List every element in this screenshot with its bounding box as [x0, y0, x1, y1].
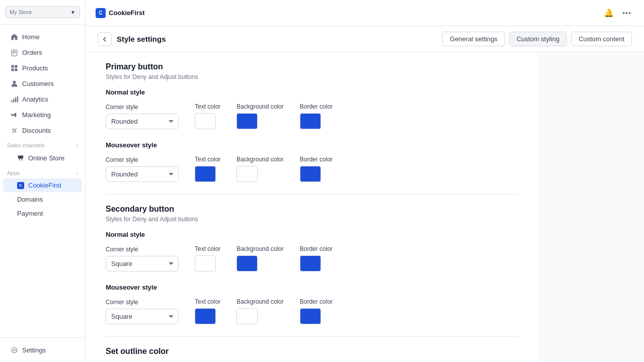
- primary-normal-text-color-swatch[interactable]: [195, 113, 216, 129]
- content-area: Primary button Styles for Deny and Adjus…: [86, 52, 644, 362]
- secondary-mouseover-bg-color: Background color: [236, 298, 283, 324]
- secondary-mouseover-text-color-swatch[interactable]: [195, 308, 216, 324]
- sidebar-nav: Home Orders Products Customers Analytics: [0, 25, 85, 337]
- svg-rect-11: [15, 97, 16, 102]
- primary-normal-style-group: Normal style Corner style Rounded Square…: [106, 88, 518, 129]
- divider-2: [106, 336, 518, 337]
- chevron-right-icon: ›: [76, 143, 78, 148]
- primary-button-title: Primary button: [106, 62, 518, 71]
- secondary-normal-text-color-swatch[interactable]: [195, 255, 216, 272]
- svg-point-17: [22, 159, 23, 160]
- topbar-right: 🔔 •••: [602, 6, 634, 20]
- sidebar-item-products[interactable]: Products: [3, 60, 82, 75]
- primary-normal-border-color-swatch[interactable]: [300, 113, 321, 129]
- topbar: C CookieFirst 🔔 •••: [86, 0, 644, 26]
- tab-custom-content[interactable]: Custom content: [571, 32, 632, 46]
- primary-button-subtitle: Styles for Deny and Adjust buttons: [106, 73, 518, 80]
- secondary-normal-border-color-swatch[interactable]: [300, 255, 321, 272]
- divider-1: [106, 194, 518, 195]
- secondary-normal-text-color-label: Text color: [195, 245, 220, 252]
- primary-mouseover-style-title: Mouseover style: [106, 141, 518, 149]
- svg-rect-12: [17, 96, 18, 102]
- page-title: Style settings: [117, 35, 166, 43]
- outline-color-section: Set outline color Outline color: [106, 347, 518, 362]
- page-header-left: Style settings: [98, 32, 166, 46]
- secondary-mouseover-bg-color-swatch[interactable]: [236, 308, 258, 324]
- primary-normal-corner-select[interactable]: Rounded Square Pill: [106, 114, 179, 129]
- svg-point-16: [19, 159, 20, 160]
- primary-mouseover-border-color-swatch[interactable]: [300, 166, 321, 182]
- primary-mouseover-style-group: Mouseover style Corner style Rounded Squ…: [106, 141, 518, 182]
- secondary-mouseover-border-color: Border color: [300, 298, 333, 324]
- apps-section: Apps ›: [0, 166, 85, 178]
- svg-rect-0: [12, 50, 17, 56]
- store-selector[interactable]: My Store ▼: [5, 6, 80, 18]
- secondary-button-title: Secondary button: [106, 205, 518, 214]
- primary-normal-border-color-label: Border color: [300, 103, 333, 110]
- secondary-mouseover-text-color-label: Text color: [195, 298, 220, 305]
- secondary-normal-corner-select[interactable]: Rounded Square Pill: [106, 256, 179, 272]
- main-area: C CookieFirst 🔔 ••• Style settings Gener…: [86, 0, 644, 362]
- secondary-normal-border-color: Border color: [300, 245, 333, 272]
- svg-rect-10: [13, 99, 14, 103]
- more-options-icon[interactable]: •••: [620, 6, 634, 20]
- sidebar-item-marketing-label: Marketing: [22, 111, 51, 119]
- svg-point-13: [12, 128, 14, 130]
- secondary-normal-corner-label: Corner style: [106, 246, 179, 253]
- analytics-icon: [10, 95, 18, 103]
- sidebar-item-domains[interactable]: Domains: [3, 193, 82, 206]
- sidebar-top: My Store ▼: [0, 0, 85, 25]
- primary-normal-border-color: Border color: [300, 103, 333, 129]
- secondary-mouseover-bg-color-label: Background color: [236, 298, 283, 305]
- primary-mouseover-text-color-swatch[interactable]: [195, 166, 216, 182]
- settings-icon: [10, 346, 18, 354]
- secondary-normal-bg-color: Background color: [236, 245, 283, 272]
- primary-normal-bg-color-swatch[interactable]: [236, 113, 258, 129]
- customers-icon: [10, 79, 18, 87]
- sales-channels-section: Sales channels ›: [0, 138, 85, 150]
- secondary-normal-bg-color-swatch[interactable]: [236, 255, 258, 272]
- svg-point-14: [15, 131, 16, 132]
- secondary-mouseover-border-color-label: Border color: [300, 298, 333, 305]
- primary-mouseover-corner-label: Corner style: [106, 156, 179, 163]
- tab-custom-styling[interactable]: Custom styling: [509, 32, 567, 46]
- primary-mouseover-corner-select[interactable]: Rounded Square Pill: [106, 166, 179, 182]
- secondary-button-section: Secondary button Styles for Deny and Adj…: [106, 205, 518, 324]
- primary-normal-corner-label: Corner style: [106, 104, 179, 111]
- sidebar-item-settings[interactable]: Settings: [3, 342, 82, 357]
- svg-point-8: [13, 80, 16, 83]
- primary-mouseover-bg-color-label: Background color: [236, 156, 283, 163]
- sidebar-item-analytics[interactable]: Analytics: [3, 92, 82, 107]
- apps-chevron-icon: ›: [76, 170, 78, 176]
- secondary-normal-text-color: Text color: [195, 245, 220, 272]
- primary-mouseover-border-color-label: Border color: [300, 156, 333, 163]
- svg-rect-7: [15, 68, 17, 71]
- sidebar-item-home[interactable]: Home: [3, 29, 82, 44]
- secondary-normal-style-group: Normal style Corner style Rounded Square…: [106, 231, 518, 272]
- secondary-button-subtitle: Styles for Deny and Adjust buttons: [106, 216, 518, 223]
- sidebar-item-customers[interactable]: Customers: [3, 76, 82, 91]
- tab-general-settings[interactable]: General settings: [442, 32, 505, 46]
- sidebar-item-discounts[interactable]: Discounts: [3, 123, 82, 138]
- secondary-mouseover-corner-select[interactable]: Rounded Square Pill: [106, 309, 179, 324]
- primary-normal-style-row: Corner style Rounded Square Pill Text co…: [106, 103, 518, 129]
- secondary-normal-style-title: Normal style: [106, 231, 518, 238]
- sidebar-item-online-store[interactable]: Online Store: [3, 151, 82, 165]
- svg-rect-9: [11, 100, 12, 103]
- sidebar-item-orders[interactable]: Orders: [3, 45, 82, 60]
- sidebar-bottom: Settings: [0, 337, 85, 362]
- primary-mouseover-bg-color-swatch[interactable]: [236, 166, 258, 182]
- notification-icon[interactable]: 🔔: [602, 6, 616, 20]
- sidebar-item-analytics-label: Analytics: [22, 96, 48, 103]
- sidebar-item-payment[interactable]: Payment: [3, 207, 82, 220]
- sidebar-item-marketing[interactable]: Marketing: [3, 107, 82, 122]
- primary-mouseover-style-row: Corner style Rounded Square Pill Text co…: [106, 156, 518, 182]
- primary-normal-style-title: Normal style: [106, 88, 518, 96]
- secondary-mouseover-border-color-swatch[interactable]: [300, 308, 321, 324]
- header-tabs: General settings Custom styling Custom c…: [442, 32, 632, 46]
- back-button[interactable]: [98, 32, 112, 46]
- svg-rect-5: [15, 65, 17, 67]
- primary-normal-bg-color: Background color: [236, 103, 283, 129]
- app-logo: C CookieFirst: [96, 8, 145, 18]
- sidebar-item-cookiefirst[interactable]: C CookieFirst: [3, 178, 82, 192]
